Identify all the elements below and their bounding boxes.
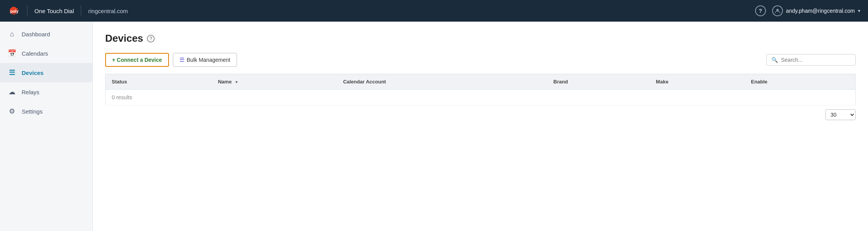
nav-app-name: One Touch Dial bbox=[34, 8, 74, 14]
col-calendar-account: Calendar Account bbox=[337, 74, 547, 90]
user-avatar-icon bbox=[772, 5, 783, 16]
col-name[interactable]: Name ▼ bbox=[212, 74, 337, 90]
user-email: andy.pham@ringcentral.com bbox=[786, 8, 855, 14]
col-status: Status bbox=[106, 74, 212, 90]
search-input[interactable] bbox=[781, 57, 851, 63]
sidebar-item-devices[interactable]: ☰Devices bbox=[0, 63, 92, 82]
sidebar-item-label-devices: Devices bbox=[22, 70, 44, 76]
calendars-icon: 📅 bbox=[8, 49, 16, 58]
sidebar: ⌂Dashboard📅Calendars☰Devices☁Relays⚙Sett… bbox=[0, 22, 93, 231]
pagination-row: 3050100 bbox=[105, 105, 856, 120]
sidebar-item-label-dashboard: Dashboard bbox=[22, 31, 50, 37]
empty-results-row: 0 results bbox=[106, 90, 856, 105]
nav-left: poly One Touch Dial ringcentral.com bbox=[8, 5, 128, 17]
sidebar-item-dashboard[interactable]: ⌂Dashboard bbox=[0, 25, 92, 44]
page-help-icon[interactable]: ? bbox=[147, 35, 155, 42]
results-text: 0 results bbox=[106, 90, 856, 105]
devices-icon: ☰ bbox=[8, 68, 16, 77]
svg-text:poly: poly bbox=[10, 9, 19, 14]
per-page-select[interactable]: 3050100 bbox=[825, 109, 856, 120]
table-header-row: Status Name ▼ Calendar Account Brand Mak… bbox=[106, 74, 856, 90]
toolbar: + Connect a Device ☰ Bulk Management 🔍 bbox=[105, 53, 856, 67]
settings-icon: ⚙ bbox=[8, 107, 16, 116]
main-content: Devices ? + Connect a Device ☰ Bulk Mana… bbox=[93, 22, 868, 231]
nav-divider-1 bbox=[27, 5, 27, 16]
table-body: 0 results bbox=[106, 90, 856, 105]
user-menu[interactable]: andy.pham@ringcentral.com ▾ bbox=[772, 5, 860, 16]
user-menu-chevron-icon: ▾ bbox=[858, 8, 860, 14]
table-header: Status Name ▼ Calendar Account Brand Mak… bbox=[106, 74, 856, 90]
main-layout: ⌂Dashboard📅Calendars☰Devices☁Relays⚙Sett… bbox=[0, 22, 868, 231]
top-nav: poly One Touch Dial ringcentral.com ? an… bbox=[0, 0, 868, 22]
poly-logo[interactable]: poly bbox=[8, 5, 20, 17]
search-box: 🔍 bbox=[766, 54, 856, 66]
sidebar-item-label-settings: Settings bbox=[22, 108, 43, 115]
page-title-row: Devices ? bbox=[105, 32, 856, 44]
help-button[interactable]: ? bbox=[755, 5, 766, 16]
col-enable: Enable bbox=[745, 74, 855, 90]
relays-icon: ☁ bbox=[8, 88, 16, 96]
sidebar-item-calendars[interactable]: 📅Calendars bbox=[0, 44, 92, 63]
dashboard-icon: ⌂ bbox=[8, 30, 16, 38]
sidebar-item-label-relays: Relays bbox=[22, 89, 39, 95]
sidebar-item-settings[interactable]: ⚙Settings bbox=[0, 102, 92, 121]
sort-icon: ▼ bbox=[235, 80, 239, 84]
devices-table: Status Name ▼ Calendar Account Brand Mak… bbox=[105, 74, 856, 105]
nav-right: ? andy.pham@ringcentral.com ▾ bbox=[755, 5, 860, 16]
sidebar-item-label-calendars: Calendars bbox=[22, 50, 48, 57]
poly-logo-icon: poly bbox=[8, 5, 20, 17]
col-make: Make bbox=[650, 74, 745, 90]
bulk-icon: ☰ bbox=[179, 56, 184, 63]
page-title: Devices bbox=[105, 32, 143, 44]
bulk-label: Bulk Management bbox=[187, 57, 230, 63]
sidebar-item-relays[interactable]: ☁Relays bbox=[0, 82, 92, 102]
bulk-management-button[interactable]: ☰ Bulk Management bbox=[173, 53, 237, 67]
nav-domain: ringcentral.com bbox=[88, 8, 128, 14]
search-icon: 🔍 bbox=[771, 57, 778, 63]
nav-divider-2 bbox=[81, 5, 81, 16]
svg-point-1 bbox=[776, 9, 779, 11]
connect-label: + Connect a Device bbox=[112, 57, 162, 63]
col-brand: Brand bbox=[547, 74, 650, 90]
connect-device-button[interactable]: + Connect a Device bbox=[105, 53, 169, 67]
